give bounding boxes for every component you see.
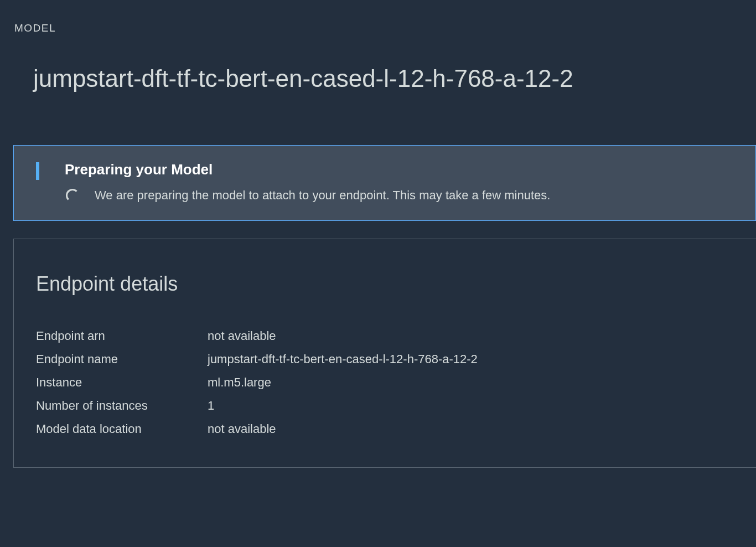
preparing-model-alert: Preparing your Model We are preparing th… — [13, 145, 756, 221]
detail-label: Endpoint name — [36, 352, 208, 367]
detail-row-endpoint-name: Endpoint name jumpstart-dft-tf-tc-bert-e… — [36, 352, 734, 367]
detail-label: Endpoint arn — [36, 329, 208, 343]
detail-value: ml.m5.large — [208, 375, 271, 390]
alert-message: We are preparing the model to attach to … — [95, 188, 550, 203]
panel-title: Endpoint details — [36, 272, 734, 296]
alert-accent-bar — [36, 162, 39, 180]
detail-row-endpoint-arn: Endpoint arn not available — [36, 329, 734, 343]
alert-title: Preparing your Model — [65, 161, 733, 178]
detail-row-instance: Instance ml.m5.large — [36, 375, 734, 390]
detail-label: Model data location — [36, 422, 208, 436]
detail-row-model-data-location: Model data location not available — [36, 422, 734, 436]
detail-value: jumpstart-dft-tf-tc-bert-en-cased-l-12-h… — [208, 352, 478, 367]
detail-row-num-instances: Number of instances 1 — [36, 399, 734, 413]
detail-value: not available — [208, 329, 276, 343]
breadcrumb[interactable]: MODEL — [0, 0, 756, 34]
spinner-icon — [66, 189, 79, 202]
endpoint-details-panel: Endpoint details Endpoint arn not availa… — [13, 239, 756, 468]
detail-value: not available — [208, 422, 276, 436]
detail-label: Number of instances — [36, 399, 208, 413]
page-title: jumpstart-dft-tf-tc-bert-en-cased-l-12-h… — [0, 34, 756, 92]
detail-value: 1 — [208, 399, 214, 413]
detail-label: Instance — [36, 375, 208, 390]
